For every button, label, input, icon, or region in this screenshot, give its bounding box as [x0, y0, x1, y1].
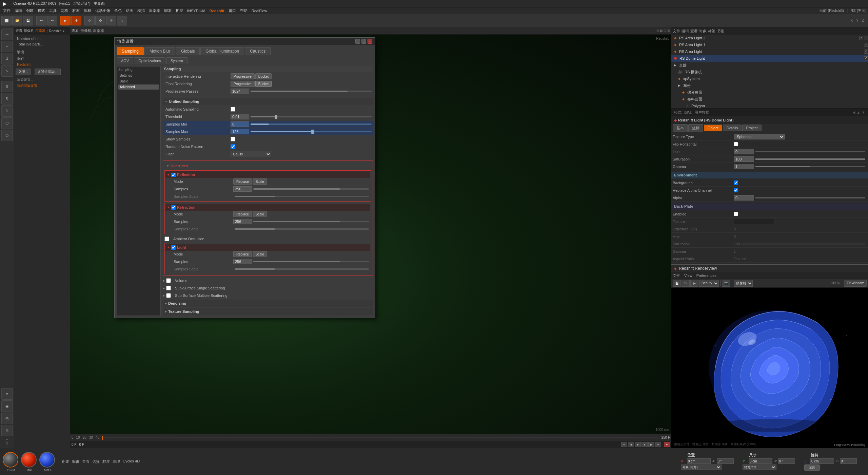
toolbar-save[interactable]: 💾 [23, 16, 33, 25]
dialog-nav-basic[interactable]: Basic [118, 79, 159, 84]
scene-tab-edit[interactable]: 编辑 [682, 28, 689, 34]
alpha-input[interactable] [734, 195, 754, 201]
subtab-optimizations[interactable]: Optimizations [134, 57, 165, 64]
bottom-texture[interactable]: 纹理 [113, 459, 120, 464]
record-btn[interactable]: ● [664, 442, 670, 447]
light-mode-replace[interactable]: Replace [233, 251, 252, 257]
object-cloth-folder[interactable]: ▶ 布份 [671, 82, 868, 89]
view-menu-3[interactable]: 渲染器 [93, 28, 104, 33]
refraction-mode-scale[interactable]: Scale [253, 211, 267, 217]
refraction-mode-replace[interactable]: Replace [233, 211, 252, 217]
browser-tab-camera[interactable]: 摄像机 [24, 28, 34, 33]
playback-start-btn[interactable]: ⏮ [621, 442, 627, 447]
playback-stop-btn[interactable]: ■ [642, 442, 648, 447]
prop-tab-details[interactable]: Details [723, 125, 742, 131]
toolbar-render-settings[interactable]: ⚙ [71, 16, 81, 25]
reflection-mode-replace[interactable]: Replace [233, 178, 252, 185]
y-size-input[interactable] [778, 458, 795, 464]
x-size-input[interactable] [717, 458, 734, 464]
material-3[interactable]: Mat.1 [39, 452, 56, 472]
sidebar-bottom-2[interactable]: ◉ [1, 400, 13, 412]
bottom-select[interactable]: 选择 [92, 459, 100, 464]
menu-character[interactable]: 角色 [113, 8, 123, 14]
z-pos-input[interactable] [810, 458, 834, 464]
samples-max-input[interactable] [231, 129, 249, 134]
left-item-redshift[interactable]: Redshift [16, 62, 68, 67]
sidebar-icon-5[interactable]: ⬡ [1, 130, 13, 141]
rv-mode-select[interactable]: Beauty [699, 280, 719, 287]
overrides-header[interactable]: ▼ Overrides [164, 162, 371, 170]
reflection-samples-input[interactable] [233, 186, 252, 192]
sidebar-bottom-3[interactable]: ◎ [1, 413, 13, 424]
sidebar-scale-icon[interactable]: ⤡ [1, 65, 13, 77]
sidebar-icon-2[interactable]: S [1, 93, 13, 104]
unified-sampling-section[interactable]: ▼ Unified Sampling [163, 98, 373, 105]
toolbar-select[interactable]: ⊹ [84, 16, 95, 25]
dialog-close[interactable]: × [368, 39, 372, 44]
render-view-menu-file[interactable]: 文件 [673, 273, 680, 278]
prop-tab-project[interactable]: Project [742, 125, 761, 131]
playback-end-btn[interactable]: ⏭ [655, 442, 661, 447]
filter-select[interactable]: Gauss [231, 151, 271, 157]
object-rs-area-light-2[interactable]: ◆ RS Area Light.2 ✓ [671, 35, 868, 41]
back-plate-enabled-checkbox[interactable] [734, 212, 738, 216]
menu-extend[interactable]: 扩展 [174, 8, 185, 14]
playback-next-btn[interactable]: ▶ [648, 442, 654, 447]
auto-sampling-checkbox[interactable] [231, 107, 235, 112]
menu-simulate[interactable]: 模拟 [136, 8, 146, 14]
tab-motion-blur[interactable]: Motion Blur [144, 47, 175, 55]
apply-btn[interactable]: 应用 [804, 464, 820, 471]
bottom-view[interactable]: 查看 [82, 459, 90, 464]
sidebar-bottom-4[interactable]: ⊞ [1, 425, 13, 436]
bottom-create[interactable]: 创建 [62, 459, 69, 464]
prop-tab-object[interactable]: Object [704, 125, 722, 131]
bottom-edit[interactable]: 编辑 [72, 459, 79, 464]
object-folder-all[interactable]: ▶ 全部 [671, 62, 868, 69]
render-view-menu-prefs[interactable]: Preferences [696, 273, 716, 278]
menu-window[interactable]: 窗口 [227, 8, 238, 14]
material-1[interactable]: RS M [3, 452, 20, 472]
tab-sampling[interactable]: Sampling [117, 47, 144, 55]
object-polygon[interactable]: △ Polygon [671, 102, 868, 108]
view-menu-1[interactable]: 查看 [72, 28, 79, 33]
sidebar-rotate-icon[interactable]: ↺ [1, 53, 13, 64]
x-pos-input[interactable] [687, 458, 711, 464]
rv-camera-select[interactable]: 摄像机 [734, 280, 753, 287]
show-samples-checkbox[interactable] [231, 137, 235, 141]
gamma-input[interactable] [734, 164, 754, 169]
menu-script[interactable]: 脚本 [162, 8, 173, 14]
back-plate-texture-btn[interactable] [734, 219, 774, 224]
light-checkbox[interactable] [171, 245, 176, 250]
left-item-save[interactable]: 保存 [16, 55, 68, 62]
progressive-passes-input[interactable] [231, 89, 249, 94]
playback-prev-btn[interactable]: ◀ [628, 442, 634, 447]
rv-refresh-btn[interactable]: ↻ [682, 280, 690, 287]
scene-tab-bookmarks[interactable]: 书签 [717, 28, 724, 34]
refraction-samples-input[interactable] [233, 219, 252, 224]
samples-min-input[interactable] [231, 121, 249, 127]
interactive-bucket-btn[interactable]: Bucket [255, 73, 272, 79]
light-samples-input[interactable] [233, 259, 252, 264]
ao-checkbox[interactable] [164, 236, 169, 241]
sidebar-bottom-1[interactable]: ▾ [1, 388, 13, 400]
playback-play-btn[interactable]: ▶ [635, 442, 641, 447]
scene-tab-object[interactable]: 对象 [699, 28, 707, 34]
sss-single-checkbox[interactable] [166, 286, 171, 290]
left-item-myrendersettings[interactable]: 我的渲染设置 [16, 83, 68, 89]
menu-volume[interactable]: 体积 [82, 8, 93, 14]
prop-tab-basic[interactable]: 基本 [673, 124, 688, 132]
left-item-effect[interactable]: 效果... [16, 69, 31, 75]
toolbar-undo[interactable]: ↩ [36, 16, 46, 25]
reflection-mode-scale[interactable]: Scale [253, 178, 267, 185]
scene-tab-view[interactable]: 查看 [690, 28, 698, 34]
toolbar-redo[interactable]: ↪ [47, 16, 57, 25]
menu-renderer[interactable]: 渲染器 [147, 8, 162, 14]
rv-render-btn[interactable]: ▶ [690, 280, 698, 287]
reflection-checkbox[interactable] [171, 173, 176, 177]
light-mode-scale[interactable]: Scale [253, 251, 267, 257]
toolbar-open[interactable]: 📂 [12, 16, 22, 25]
render-view-menu-view[interactable]: View [684, 273, 692, 278]
view-menu-2[interactable]: 摄像机 [80, 28, 92, 33]
toolbar-rotate[interactable]: ⟳ [106, 16, 116, 25]
flip-horizontal-checkbox[interactable] [734, 142, 738, 146]
